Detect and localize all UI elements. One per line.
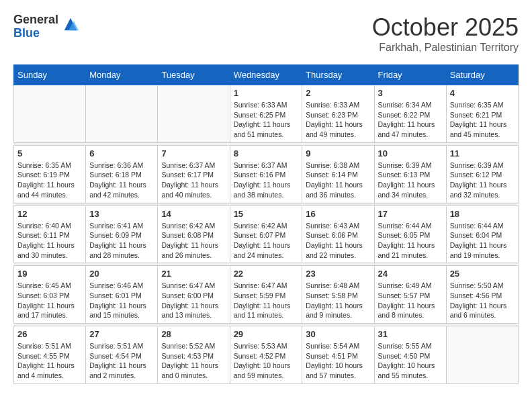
- day-info: Sunrise: 6:33 AM Sunset: 6:23 PM Dayligh…: [306, 100, 370, 140]
- calendar-cell: 20Sunrise: 6:46 AM Sunset: 6:01 PM Dayli…: [86, 266, 158, 324]
- day-info: Sunrise: 5:52 AM Sunset: 4:53 PM Dayligh…: [161, 341, 226, 381]
- day-info: Sunrise: 6:36 AM Sunset: 6:18 PM Dayligh…: [89, 161, 154, 200]
- logo-blue: Blue: [13, 27, 58, 40]
- day-header-thursday: Thursday: [302, 65, 374, 85]
- day-number: 14: [161, 209, 226, 219]
- day-number: 2: [306, 88, 370, 98]
- day-info: Sunrise: 6:33 AM Sunset: 6:25 PM Dayligh…: [234, 100, 299, 140]
- calendar-cell: 17Sunrise: 6:44 AM Sunset: 6:05 PM Dayli…: [374, 205, 446, 263]
- day-info: Sunrise: 6:48 AM Sunset: 5:58 PM Dayligh…: [306, 281, 370, 320]
- calendar-cell: 19Sunrise: 6:45 AM Sunset: 6:03 PM Dayli…: [14, 266, 86, 324]
- day-info: Sunrise: 6:39 AM Sunset: 6:12 PM Dayligh…: [450, 161, 515, 200]
- day-number: 17: [378, 209, 443, 219]
- day-info: Sunrise: 6:35 AM Sunset: 6:19 PM Dayligh…: [17, 161, 82, 200]
- day-info: Sunrise: 6:39 AM Sunset: 6:13 PM Dayligh…: [378, 161, 443, 200]
- day-number: 28: [161, 329, 226, 339]
- calendar-cell: 16Sunrise: 6:43 AM Sunset: 6:06 PM Dayli…: [302, 205, 374, 263]
- day-number: 11: [450, 148, 515, 158]
- calendar-cell: 10Sunrise: 6:39 AM Sunset: 6:13 PM Dayli…: [374, 145, 446, 203]
- calendar-header-row: SundayMondayTuesdayWednesdayThursdayFrid…: [14, 65, 519, 85]
- day-info: Sunrise: 5:51 AM Sunset: 4:54 PM Dayligh…: [89, 341, 154, 381]
- day-info: Sunrise: 6:42 AM Sunset: 6:08 PM Dayligh…: [161, 221, 226, 261]
- day-info: Sunrise: 5:53 AM Sunset: 4:52 PM Dayligh…: [234, 341, 299, 381]
- logo-icon: [61, 15, 80, 34]
- day-info: Sunrise: 6:46 AM Sunset: 6:01 PM Dayligh…: [89, 281, 154, 320]
- day-number: 22: [234, 269, 299, 279]
- day-info: Sunrise: 6:44 AM Sunset: 6:04 PM Dayligh…: [450, 221, 515, 261]
- day-info: Sunrise: 6:42 AM Sunset: 6:07 PM Dayligh…: [234, 221, 299, 261]
- day-info: Sunrise: 6:47 AM Sunset: 5:59 PM Dayligh…: [234, 281, 299, 320]
- day-header-saturday: Saturday: [446, 65, 518, 85]
- day-number: 1: [234, 88, 299, 98]
- day-info: Sunrise: 5:55 AM Sunset: 4:50 PM Dayligh…: [378, 341, 443, 381]
- calendar-cell: 14Sunrise: 6:42 AM Sunset: 6:08 PM Dayli…: [158, 205, 230, 263]
- day-number: 7: [161, 148, 226, 158]
- day-info: Sunrise: 6:35 AM Sunset: 6:21 PM Dayligh…: [450, 100, 515, 140]
- day-number: 4: [450, 88, 515, 98]
- day-info: Sunrise: 6:37 AM Sunset: 6:17 PM Dayligh…: [161, 161, 226, 200]
- day-info: Sunrise: 6:41 AM Sunset: 6:09 PM Dayligh…: [89, 221, 154, 261]
- day-number: 16: [306, 209, 370, 219]
- day-number: 10: [378, 148, 443, 158]
- day-number: 21: [161, 269, 226, 279]
- day-number: 24: [378, 269, 443, 279]
- day-number: 26: [17, 329, 82, 339]
- title-block: October 2025 Farkhah, Palestinian Territ…: [372, 13, 519, 54]
- calendar-cell: 29Sunrise: 5:53 AM Sunset: 4:52 PM Dayli…: [230, 326, 302, 384]
- logo-text: General Blue: [13, 13, 58, 40]
- day-number: 25: [450, 269, 515, 279]
- calendar-cell: [86, 85, 158, 143]
- day-number: 5: [17, 148, 82, 158]
- day-info: Sunrise: 6:47 AM Sunset: 6:00 PM Dayligh…: [161, 281, 226, 320]
- day-header-wednesday: Wednesday: [230, 65, 302, 85]
- page-header: General Blue October 2025 Farkhah, Pales…: [13, 13, 519, 54]
- calendar-cell: 9Sunrise: 6:38 AM Sunset: 6:14 PM Daylig…: [302, 145, 374, 203]
- day-number: 31: [378, 329, 443, 339]
- day-number: 3: [378, 88, 443, 98]
- day-number: 13: [89, 209, 154, 219]
- calendar-table: SundayMondayTuesdayWednesdayThursdayFrid…: [13, 64, 519, 384]
- day-header-sunday: Sunday: [14, 65, 86, 85]
- calendar-cell: 28Sunrise: 5:52 AM Sunset: 4:53 PM Dayli…: [158, 326, 230, 384]
- day-number: 29: [234, 329, 299, 339]
- day-header-monday: Monday: [86, 65, 158, 85]
- day-info: Sunrise: 6:38 AM Sunset: 6:14 PM Dayligh…: [306, 161, 370, 200]
- calendar-cell: 7Sunrise: 6:37 AM Sunset: 6:17 PM Daylig…: [158, 145, 230, 203]
- logo: General Blue: [13, 13, 80, 40]
- day-number: 27: [89, 329, 154, 339]
- day-info: Sunrise: 6:34 AM Sunset: 6:22 PM Dayligh…: [378, 100, 443, 140]
- day-info: Sunrise: 5:51 AM Sunset: 4:55 PM Dayligh…: [17, 341, 82, 381]
- day-info: Sunrise: 6:40 AM Sunset: 6:11 PM Dayligh…: [17, 221, 82, 261]
- day-number: 6: [89, 148, 154, 158]
- calendar-cell: 1Sunrise: 6:33 AM Sunset: 6:25 PM Daylig…: [230, 85, 302, 143]
- day-number: 8: [234, 148, 299, 158]
- day-number: 19: [17, 269, 82, 279]
- calendar-cell: 4Sunrise: 6:35 AM Sunset: 6:21 PM Daylig…: [446, 85, 518, 143]
- calendar-cell: 30Sunrise: 5:54 AM Sunset: 4:51 PM Dayli…: [302, 326, 374, 384]
- day-info: Sunrise: 5:50 AM Sunset: 4:56 PM Dayligh…: [450, 281, 515, 320]
- calendar-cell: [14, 85, 86, 143]
- calendar-cell: 27Sunrise: 5:51 AM Sunset: 4:54 PM Dayli…: [86, 326, 158, 384]
- calendar-cell: 6Sunrise: 6:36 AM Sunset: 6:18 PM Daylig…: [86, 145, 158, 203]
- day-info: Sunrise: 6:45 AM Sunset: 6:03 PM Dayligh…: [17, 281, 82, 320]
- calendar-cell: 23Sunrise: 6:48 AM Sunset: 5:58 PM Dayli…: [302, 266, 374, 324]
- day-info: Sunrise: 6:43 AM Sunset: 6:06 PM Dayligh…: [306, 221, 370, 261]
- calendar-cell: 8Sunrise: 6:37 AM Sunset: 6:16 PM Daylig…: [230, 145, 302, 203]
- calendar-cell: 12Sunrise: 6:40 AM Sunset: 6:11 PM Dayli…: [14, 205, 86, 263]
- logo-general: General: [13, 13, 58, 27]
- month-title: October 2025: [372, 13, 519, 42]
- calendar-week-row: 1Sunrise: 6:33 AM Sunset: 6:25 PM Daylig…: [14, 85, 519, 143]
- calendar-week-row: 12Sunrise: 6:40 AM Sunset: 6:11 PM Dayli…: [14, 205, 519, 263]
- calendar-cell: 18Sunrise: 6:44 AM Sunset: 6:04 PM Dayli…: [446, 205, 518, 263]
- day-info: Sunrise: 6:49 AM Sunset: 5:57 PM Dayligh…: [378, 281, 443, 320]
- day-number: 12: [17, 209, 82, 219]
- calendar-cell: 11Sunrise: 6:39 AM Sunset: 6:12 PM Dayli…: [446, 145, 518, 203]
- calendar-cell: [158, 85, 230, 143]
- day-header-tuesday: Tuesday: [158, 65, 230, 85]
- calendar-cell: 3Sunrise: 6:34 AM Sunset: 6:22 PM Daylig…: [374, 85, 446, 143]
- calendar-week-row: 5Sunrise: 6:35 AM Sunset: 6:19 PM Daylig…: [14, 145, 519, 203]
- day-info: Sunrise: 6:37 AM Sunset: 6:16 PM Dayligh…: [234, 161, 299, 200]
- day-number: 9: [306, 148, 370, 158]
- day-number: 18: [450, 209, 515, 219]
- calendar-cell: [446, 326, 518, 384]
